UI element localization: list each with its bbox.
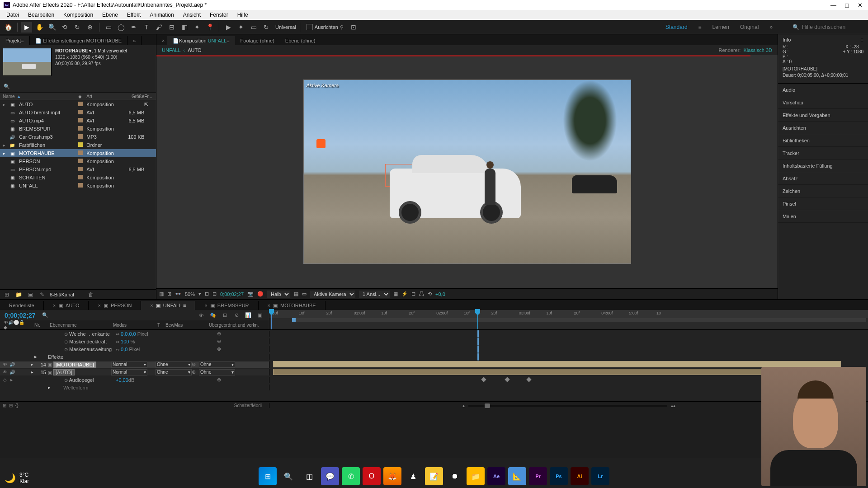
flowchart-icon[interactable]: 品 (419, 291, 424, 297)
panel-header[interactable]: Absatz (778, 172, 868, 185)
frame-blend-icon[interactable]: ⊞ (220, 311, 229, 319)
reset-exp-icon[interactable]: ⟲ (428, 291, 432, 297)
ellipse-tool-icon[interactable]: ◯ (116, 22, 127, 33)
project-search-icon[interactable]: 🔍 (4, 84, 10, 89)
views-dropdown[interactable]: 1 Ansi... (359, 291, 390, 298)
menu-effekt[interactable]: Effekt (123, 12, 145, 18)
project-tab[interactable]: Projekt ≡ (0, 36, 30, 45)
mag-icon[interactable]: ▥ (159, 291, 164, 297)
viewer-timecode[interactable]: 0;00;02;27 (220, 291, 244, 297)
timeline-tab[interactable]: × ▣ AUTO (44, 301, 89, 310)
panel-menu-icon[interactable]: ≡ (861, 37, 863, 42)
asset-row[interactable]: ▸📁Farbflächen Ordner (0, 141, 156, 149)
trash-icon[interactable]: 🗑 (87, 291, 95, 298)
fast-preview-icon[interactable]: ⚡ (401, 291, 408, 297)
comp-tab-active[interactable]: 📄 Komposition UNFALL ≡ (167, 36, 235, 45)
time-ruler[interactable]: :00f10f20f01:00f10f20f02:00f10f20f03:00f… (269, 310, 868, 318)
menu-animation[interactable]: Animation (145, 12, 178, 18)
whatsapp-icon[interactable]: ✆ (342, 467, 360, 485)
panel-header[interactable]: Inhaltsbasierte Füllung (778, 160, 868, 172)
menu-datei[interactable]: Datei (2, 12, 24, 18)
draft3d-icon[interactable]: ▣ (255, 311, 264, 319)
motion-blur-icon[interactable]: ⊘ (232, 311, 241, 319)
comp-close-icon[interactable]: × (156, 36, 167, 45)
timeline-layer-row[interactable]: 👁🔊 ▸ 15 ▣ [AUTO] Normal ▾ Ohne ▾ ⊚ Ohne … (0, 368, 868, 376)
menu-fenster[interactable]: Fenster (205, 12, 233, 18)
selection-tool-icon[interactable]: ▶ (21, 22, 32, 33)
rect-tool-icon[interactable]: ▭ (103, 22, 114, 33)
view3d-icon[interactable]: ▭ (302, 291, 307, 297)
asset-row[interactable]: 🔊Car Crash.mp3 MP3 109 KB (0, 133, 156, 141)
timeline-tab[interactable]: × ▣ UNFALL ≡ (141, 301, 195, 310)
exposure-value[interactable]: +0,0 (435, 291, 445, 297)
asset-row[interactable]: ▭PERSON.mp4 AVI 6,5 MB (0, 165, 156, 174)
composition-viewer[interactable]: Aktive Kamera (156, 55, 778, 288)
channels-icon[interactable]: 🔴 (257, 291, 264, 297)
puppet-tool-icon[interactable]: 📍 (204, 22, 215, 33)
app2-icon[interactable]: 📝 (425, 467, 443, 485)
text-tool-icon[interactable]: T (141, 22, 152, 33)
bpc-label[interactable]: 8-Bit/Kanal (50, 292, 74, 297)
axis-world-icon[interactable]: ✦ (236, 22, 246, 33)
toggle-graph-icon[interactable]: ⊟ (9, 403, 13, 408)
timeline-icon[interactable]: ⊟ (411, 291, 415, 297)
graph-icon[interactable]: 📊 (244, 311, 253, 319)
zoom-dropdown[interactable]: 50% (185, 291, 195, 297)
taskbar-search-icon[interactable]: 🔍 (279, 467, 297, 485)
menu-ebene[interactable]: Ebene (98, 12, 123, 18)
explorer-icon[interactable]: 📁 (467, 467, 485, 485)
pr-taskbar-icon[interactable]: Pr (529, 467, 547, 485)
refresh-icon[interactable]: ↻ (261, 22, 272, 33)
stamp-tool-icon[interactable]: ⊟ (166, 22, 177, 33)
camera-dropdown[interactable]: Aktive Kamera (310, 291, 355, 298)
menu-hilfe[interactable]: Hilfe (233, 12, 253, 18)
timeline-timecode[interactable]: 0;00;02;27 (5, 312, 36, 319)
breadcrumb-auto[interactable]: AUTO (188, 47, 201, 53)
timeline-tab[interactable]: × ▣ BREMSSPUR (195, 301, 258, 310)
asset-row[interactable]: ▸▣MOTORHAUBE Komposition (0, 149, 156, 157)
panel-header[interactable]: Effekte und Vorgaben (778, 109, 868, 122)
firefox-icon[interactable]: 🦊 (383, 467, 401, 485)
asset-list[interactable]: ▸▣AUTO Komposition ⇱ ▭AUTO bremst.mp4 AV… (0, 100, 156, 289)
roto-tool-icon[interactable]: ✦ (192, 22, 203, 33)
menu-bearbeiten[interactable]: Bearbeiten (24, 12, 59, 18)
transparent-icon[interactable]: ▦ (294, 291, 298, 297)
switch-mode-toggle[interactable]: Schalter/Modi (234, 403, 262, 408)
workspace-more-icon[interactable]: » (769, 24, 773, 30)
pen-tool-icon[interactable]: ✒ (128, 22, 139, 33)
timeline-search-icon[interactable]: 🔍 (42, 312, 48, 318)
help-search-input[interactable] (802, 24, 865, 30)
hand-tool-icon[interactable]: ✋ (34, 22, 45, 33)
panel-header[interactable]: Malen (778, 210, 868, 223)
panel-header[interactable]: Bibliotheken (778, 134, 868, 147)
info-panel-header[interactable]: Info (783, 37, 791, 42)
layer-tab[interactable]: Ebene (ohne) (280, 36, 321, 45)
snap-options-icon[interactable]: ⊡ (348, 22, 359, 33)
toggle-switches-icon[interactable]: ⊞ (3, 403, 6, 408)
breadcrumb-unfall[interactable]: UNFALL (162, 47, 181, 53)
rotate-tool-icon[interactable]: ↻ (72, 22, 83, 33)
menu-komposition[interactable]: Komposition (59, 12, 98, 18)
panel-header[interactable]: Ausrichten (778, 122, 868, 134)
panel-header[interactable]: Zeichen (778, 185, 868, 197)
panel-header[interactable]: Vorschau (778, 96, 868, 109)
panel-header[interactable]: Tracker (778, 147, 868, 160)
start-button[interactable]: ⊞ (259, 467, 277, 485)
ai-taskbar-icon[interactable]: Ai (571, 467, 589, 485)
minimize-button[interactable]: — (830, 2, 836, 9)
workspace-lernen[interactable]: Lernen (712, 24, 729, 30)
obs-icon[interactable]: ⏺ (446, 467, 464, 485)
grid-icon[interactable]: ⊞ (167, 291, 171, 297)
close-button[interactable]: ✕ (858, 2, 863, 9)
fx-icon[interactable]: 🎭 (208, 311, 217, 319)
new-comp-icon[interactable]: ▣ (26, 291, 34, 298)
timeline-layer-row[interactable]: 👁🔊 ▸ 14 ▣ [MOTORHAUBE] Normal ▾ Ohne ▾ ⊚… (0, 361, 868, 368)
eraser-tool-icon[interactable]: ◧ (179, 22, 190, 33)
asset-row[interactable]: ▭AUTO.mp4 AVI 6,5 MB (0, 117, 156, 125)
ps-taskbar-icon[interactable]: Ps (550, 467, 568, 485)
renderer-value[interactable]: Klassisch 3D (743, 47, 772, 53)
asset-row[interactable]: ▣SCHATTEN Komposition (0, 174, 156, 182)
app-icon[interactable]: ♟ (404, 467, 422, 485)
playhead[interactable] (477, 310, 478, 329)
region-icon[interactable]: ⊡ (212, 291, 217, 297)
